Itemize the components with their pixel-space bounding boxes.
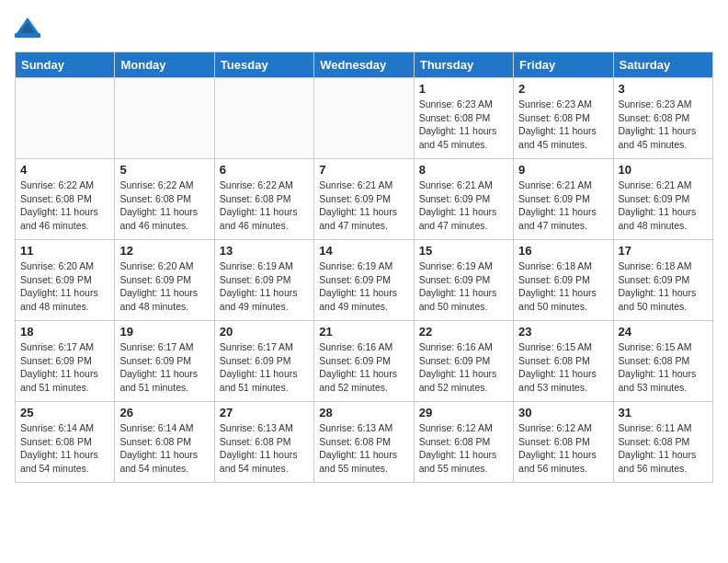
day-info: Sunrise: 6:16 AMSunset: 6:09 PMDaylight:…: [419, 340, 508, 395]
calendar-cell: 23Sunrise: 6:15 AMSunset: 6:08 PMDayligh…: [514, 321, 613, 402]
day-number: 3: [619, 82, 708, 96]
week-row-1: 1Sunrise: 6:23 AMSunset: 6:08 PMDaylight…: [16, 78, 713, 159]
day-info: Sunrise: 6:13 AMSunset: 6:08 PMDaylight:…: [220, 421, 309, 476]
calendar-cell: 26Sunrise: 6:14 AMSunset: 6:08 PMDayligh…: [115, 402, 214, 483]
weekday-header-row: SundayMondayTuesdayWednesdayThursdayFrid…: [16, 52, 713, 78]
calendar-cell: 5Sunrise: 6:22 AMSunset: 6:08 PMDaylight…: [115, 159, 214, 240]
day-number: 31: [619, 406, 708, 419]
day-number: 4: [20, 163, 109, 177]
day-info: Sunrise: 6:17 AMSunset: 6:09 PMDaylight:…: [20, 340, 109, 395]
day-info: Sunrise: 6:19 AMSunset: 6:09 PMDaylight:…: [220, 259, 309, 314]
week-row-2: 4Sunrise: 6:22 AMSunset: 6:08 PMDaylight…: [16, 159, 713, 240]
calendar-cell: [16, 78, 115, 159]
day-number: 19: [119, 325, 209, 339]
day-number: 27: [220, 406, 309, 419]
day-number: 24: [619, 325, 708, 339]
day-number: 7: [319, 163, 408, 177]
day-number: 22: [419, 325, 508, 339]
calendar-cell: 6Sunrise: 6:22 AMSunset: 6:08 PMDaylight…: [214, 159, 313, 240]
day-number: 8: [419, 163, 508, 177]
day-number: 17: [619, 244, 708, 258]
calendar-cell: 2Sunrise: 6:23 AMSunset: 6:08 PMDaylight…: [514, 78, 613, 159]
day-info: Sunrise: 6:19 AMSunset: 6:09 PMDaylight:…: [419, 259, 508, 314]
day-info: Sunrise: 6:21 AMSunset: 6:09 PMDaylight:…: [619, 178, 708, 233]
day-info: Sunrise: 6:14 AMSunset: 6:08 PMDaylight:…: [119, 421, 209, 476]
weekday-header-wednesday: Wednesday: [314, 52, 414, 78]
day-number: 13: [220, 244, 309, 258]
day-info: Sunrise: 6:21 AMSunset: 6:09 PMDaylight:…: [419, 178, 508, 233]
calendar-cell: 12Sunrise: 6:20 AMSunset: 6:09 PMDayligh…: [115, 240, 214, 321]
weekday-header-thursday: Thursday: [414, 52, 513, 78]
day-number: 16: [518, 244, 608, 258]
day-info: Sunrise: 6:23 AMSunset: 6:08 PMDaylight:…: [419, 98, 508, 152]
calendar-cell: 15Sunrise: 6:19 AMSunset: 6:09 PMDayligh…: [414, 240, 513, 321]
day-info: Sunrise: 6:21 AMSunset: 6:09 PMDaylight:…: [518, 178, 608, 233]
week-row-5: 25Sunrise: 6:14 AMSunset: 6:08 PMDayligh…: [16, 402, 713, 483]
week-row-4: 18Sunrise: 6:17 AMSunset: 6:09 PMDayligh…: [16, 321, 713, 402]
day-number: 20: [220, 325, 309, 339]
day-info: Sunrise: 6:15 AMSunset: 6:08 PMDaylight:…: [518, 340, 608, 395]
calendar-cell: 16Sunrise: 6:18 AMSunset: 6:09 PMDayligh…: [514, 240, 613, 321]
day-info: Sunrise: 6:22 AMSunset: 6:08 PMDaylight:…: [20, 178, 109, 233]
weekday-header-saturday: Saturday: [613, 52, 712, 78]
day-number: 11: [20, 244, 109, 258]
calendar-cell: 7Sunrise: 6:21 AMSunset: 6:09 PMDaylight…: [314, 159, 414, 240]
weekday-header-tuesday: Tuesday: [214, 52, 313, 78]
day-info: Sunrise: 6:20 AMSunset: 6:09 PMDaylight:…: [20, 259, 109, 314]
calendar-cell: 25Sunrise: 6:14 AMSunset: 6:08 PMDayligh…: [16, 402, 115, 483]
calendar-cell: 21Sunrise: 6:16 AMSunset: 6:09 PMDayligh…: [314, 321, 414, 402]
day-number: 25: [20, 406, 109, 419]
day-info: Sunrise: 6:16 AMSunset: 6:09 PMDaylight:…: [319, 340, 408, 395]
calendar-table: SundayMondayTuesdayWednesdayThursdayFrid…: [15, 52, 713, 483]
day-info: Sunrise: 6:23 AMSunset: 6:08 PMDaylight:…: [518, 98, 608, 152]
calendar-cell: 18Sunrise: 6:17 AMSunset: 6:09 PMDayligh…: [16, 321, 115, 402]
day-info: Sunrise: 6:17 AMSunset: 6:09 PMDaylight:…: [119, 340, 209, 395]
weekday-header-sunday: Sunday: [16, 52, 115, 78]
day-info: Sunrise: 6:18 AMSunset: 6:09 PMDaylight:…: [518, 259, 608, 314]
day-number: 1: [419, 82, 508, 96]
day-info: Sunrise: 6:20 AMSunset: 6:09 PMDaylight:…: [119, 259, 209, 314]
calendar-cell: 22Sunrise: 6:16 AMSunset: 6:09 PMDayligh…: [414, 321, 513, 402]
calendar-cell: 3Sunrise: 6:23 AMSunset: 6:08 PMDaylight…: [613, 78, 712, 159]
day-number: 12: [119, 244, 209, 258]
calendar-container: SundayMondayTuesdayWednesdayThursdayFrid…: [0, 0, 728, 494]
day-info: Sunrise: 6:11 AMSunset: 6:08 PMDaylight:…: [619, 421, 708, 476]
day-info: Sunrise: 6:12 AMSunset: 6:08 PMDaylight:…: [419, 421, 508, 476]
day-number: 23: [518, 325, 608, 339]
calendar-cell: 24Sunrise: 6:15 AMSunset: 6:08 PMDayligh…: [613, 321, 712, 402]
calendar-cell: 14Sunrise: 6:19 AMSunset: 6:09 PMDayligh…: [314, 240, 414, 321]
calendar-cell: 13Sunrise: 6:19 AMSunset: 6:09 PMDayligh…: [214, 240, 313, 321]
week-row-3: 11Sunrise: 6:20 AMSunset: 6:09 PMDayligh…: [16, 240, 713, 321]
day-info: Sunrise: 6:13 AMSunset: 6:08 PMDaylight:…: [319, 421, 408, 476]
day-info: Sunrise: 6:22 AMSunset: 6:08 PMDaylight:…: [220, 178, 309, 233]
day-info: Sunrise: 6:17 AMSunset: 6:09 PMDaylight:…: [220, 340, 309, 395]
calendar-cell: 11Sunrise: 6:20 AMSunset: 6:09 PMDayligh…: [16, 240, 115, 321]
calendar-cell: 8Sunrise: 6:21 AMSunset: 6:09 PMDaylight…: [414, 159, 513, 240]
day-number: 28: [319, 406, 408, 419]
calendar-cell: 1Sunrise: 6:23 AMSunset: 6:08 PMDaylight…: [414, 78, 513, 159]
day-number: 18: [20, 325, 109, 339]
day-number: 9: [518, 163, 608, 177]
calendar-cell: 19Sunrise: 6:17 AMSunset: 6:09 PMDayligh…: [115, 321, 214, 402]
calendar-cell: [314, 78, 414, 159]
calendar-cell: 9Sunrise: 6:21 AMSunset: 6:09 PMDaylight…: [514, 159, 613, 240]
day-info: Sunrise: 6:12 AMSunset: 6:08 PMDaylight:…: [518, 421, 608, 476]
day-number: 14: [319, 244, 408, 258]
calendar-cell: [115, 78, 214, 159]
day-info: Sunrise: 6:23 AMSunset: 6:08 PMDaylight:…: [619, 98, 708, 152]
logo: [15, 15, 44, 40]
calendar-cell: 29Sunrise: 6:12 AMSunset: 6:08 PMDayligh…: [414, 402, 513, 483]
calendar-cell: [214, 78, 313, 159]
day-number: 26: [119, 406, 209, 419]
header: [15, 15, 713, 40]
day-number: 21: [319, 325, 408, 339]
day-info: Sunrise: 6:21 AMSunset: 6:09 PMDaylight:…: [319, 178, 408, 233]
weekday-header-friday: Friday: [514, 52, 613, 78]
day-number: 5: [119, 163, 209, 177]
day-info: Sunrise: 6:22 AMSunset: 6:08 PMDaylight:…: [119, 178, 209, 233]
day-number: 30: [518, 406, 608, 419]
day-number: 2: [518, 82, 608, 96]
calendar-cell: 31Sunrise: 6:11 AMSunset: 6:08 PMDayligh…: [613, 402, 712, 483]
calendar-cell: 30Sunrise: 6:12 AMSunset: 6:08 PMDayligh…: [514, 402, 613, 483]
calendar-cell: 10Sunrise: 6:21 AMSunset: 6:09 PMDayligh…: [613, 159, 712, 240]
